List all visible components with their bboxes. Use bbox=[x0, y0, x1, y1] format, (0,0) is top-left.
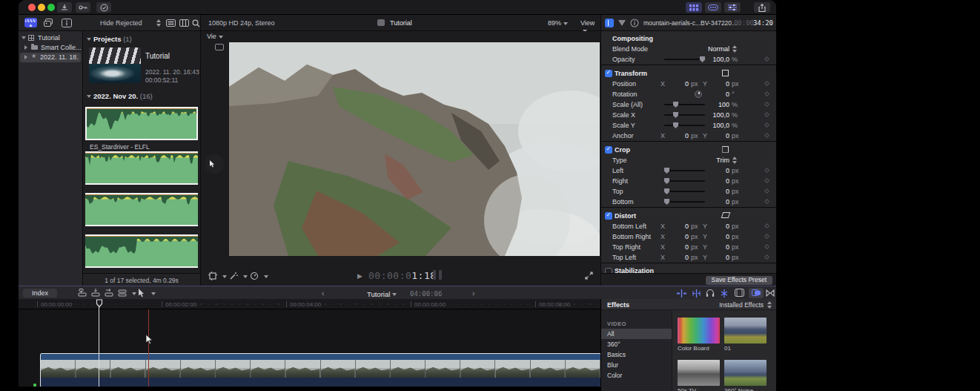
search-button[interactable] bbox=[192, 19, 200, 27]
stepper-icon[interactable] bbox=[767, 301, 772, 309]
import-media-button[interactable] bbox=[57, 2, 72, 13]
effects-category-360[interactable]: 360° bbox=[601, 339, 672, 349]
share-button[interactable] bbox=[754, 2, 770, 13]
reset-control-icon[interactable] bbox=[764, 244, 769, 249]
sidebar-item-library[interactable]: Tutorial bbox=[19, 33, 82, 43]
scale-y-slider-thumb[interactable] bbox=[673, 122, 678, 128]
position-y-value[interactable]: 0 bbox=[711, 80, 729, 88]
scale-all-slider-thumb[interactable] bbox=[673, 102, 678, 108]
reset-control-icon[interactable] bbox=[764, 112, 769, 117]
reset-control-icon[interactable] bbox=[764, 188, 769, 194]
distort-br-y[interactable]: 0 bbox=[711, 233, 729, 240]
timeline-clip[interactable]: mountain-aerials-cliffs-aerials-beautifu… bbox=[41, 354, 600, 387]
tools-menu-button[interactable] bbox=[139, 289, 145, 298]
viewer-overlay-dropdown[interactable]: Vie bbox=[207, 33, 223, 40]
audio-meter-left[interactable] bbox=[433, 270, 436, 280]
projects-disclosure-icon[interactable] bbox=[87, 38, 91, 41]
chevron-down-icon[interactable] bbox=[151, 292, 156, 295]
project-thumbnail[interactable] bbox=[89, 47, 141, 83]
info-inspector-tab[interactable] bbox=[630, 19, 639, 27]
reset-control-icon[interactable] bbox=[764, 254, 769, 260]
distort-onscreen-icon[interactable] bbox=[722, 212, 729, 218]
background-tasks-button[interactable] bbox=[96, 2, 111, 13]
effects-category-basics[interactable]: Basics bbox=[601, 349, 672, 360]
distort-br-x[interactable]: 0 bbox=[670, 233, 689, 240]
effects-category-color[interactable]: Color bbox=[601, 370, 672, 381]
show-timeline-button[interactable] bbox=[705, 2, 721, 13]
crop-checkbox[interactable] bbox=[605, 146, 612, 154]
distort-bl-y[interactable]: 0 bbox=[711, 223, 729, 230]
titles-generators-sidebar-button[interactable] bbox=[62, 19, 72, 27]
index-button[interactable]: Index bbox=[23, 289, 57, 298]
crop-bottom-value[interactable]: 0 bbox=[689, 198, 729, 206]
stepper-icon[interactable] bbox=[732, 157, 738, 164]
color-inspector-tab[interactable] bbox=[618, 20, 626, 26]
reset-control-icon[interactable] bbox=[764, 56, 769, 62]
minimize-window-button[interactable] bbox=[38, 4, 45, 11]
scale-y-value[interactable]: 100,0 bbox=[689, 122, 729, 129]
sidebar-item-smart-collections[interactable]: Smart Colle... bbox=[19, 43, 82, 53]
filter-stepper-icon[interactable] bbox=[156, 19, 162, 27]
chevron-down-icon[interactable] bbox=[264, 275, 268, 278]
effect-thumb-color-board[interactable] bbox=[678, 318, 720, 344]
reset-control-icon[interactable] bbox=[764, 102, 769, 107]
reset-control-icon[interactable] bbox=[764, 234, 769, 239]
play-button[interactable]: ▶ bbox=[357, 272, 362, 280]
connect-clip-button[interactable] bbox=[78, 289, 87, 297]
overwrite-clip-button[interactable] bbox=[118, 289, 127, 297]
rotation-value[interactable]: 0 bbox=[695, 91, 729, 98]
distort-tl-y[interactable]: 0 bbox=[711, 254, 729, 261]
chevron-down-icon[interactable] bbox=[132, 292, 136, 295]
position-x-value[interactable]: 0 bbox=[670, 80, 689, 88]
disclosure-triangle-icon[interactable] bbox=[24, 45, 27, 50]
distort-checkbox[interactable] bbox=[605, 212, 612, 220]
chevron-down-icon[interactable] bbox=[243, 275, 248, 278]
timeline-back-button[interactable]: ‹ bbox=[322, 289, 324, 298]
transform-tool-button[interactable] bbox=[208, 272, 217, 280]
reset-control-icon[interactable] bbox=[764, 133, 769, 138]
crop-top-value[interactable]: 0 bbox=[689, 188, 729, 195]
filmstrip-view-button[interactable] bbox=[179, 19, 189, 27]
reset-control-icon[interactable] bbox=[764, 199, 769, 204]
audio-monitor-button[interactable] bbox=[706, 289, 715, 298]
crop-onscreen-icon[interactable] bbox=[722, 146, 729, 153]
anchor-x-value[interactable]: 0 bbox=[670, 132, 689, 139]
audio-clip[interactable] bbox=[85, 151, 198, 185]
crop-left-slider-thumb[interactable] bbox=[664, 168, 669, 174]
viewer-zoom-dropdown[interactable]: 89% bbox=[548, 19, 568, 27]
distort-tr-x[interactable]: 0 bbox=[670, 243, 689, 251]
chevron-down-icon[interactable] bbox=[222, 275, 227, 278]
playhead-handle[interactable] bbox=[96, 299, 103, 308]
opacity-value[interactable]: 100,0 bbox=[689, 56, 729, 63]
filter-dropdown[interactable]: Hide Rejected bbox=[100, 19, 142, 27]
timeline-ruler[interactable]: 00:00:00:00 00:00:02:00 00:00:04:00 00:0… bbox=[19, 299, 600, 309]
keyword-editor-button[interactable] bbox=[76, 2, 90, 13]
crop-top-slider-thumb[interactable] bbox=[664, 188, 669, 194]
audio-clip[interactable] bbox=[85, 234, 198, 268]
effects-category-all[interactable]: All bbox=[601, 329, 672, 339]
audio-clip-selected[interactable] bbox=[85, 107, 198, 140]
blend-mode-value[interactable]: Normal bbox=[689, 45, 729, 53]
insert-clip-button[interactable] bbox=[91, 289, 100, 297]
append-clip-button[interactable] bbox=[105, 289, 113, 297]
trim-end-button[interactable] bbox=[692, 289, 701, 298]
distort-bl-x[interactable]: 0 bbox=[670, 223, 689, 230]
disclosure-triangle-icon[interactable] bbox=[21, 36, 26, 39]
trim-start-button[interactable] bbox=[677, 289, 686, 298]
reset-control-icon[interactable] bbox=[764, 81, 769, 86]
crop-left-value[interactable]: 0 bbox=[689, 167, 729, 174]
crop-right-slider-thumb[interactable] bbox=[664, 178, 669, 184]
retime-button[interactable] bbox=[250, 272, 259, 280]
close-window-button[interactable] bbox=[28, 4, 36, 11]
anchor-y-value[interactable]: 0 bbox=[711, 132, 729, 139]
scale-x-slider-thumb[interactable] bbox=[673, 112, 678, 118]
transitions-browser-toggle[interactable] bbox=[766, 289, 775, 297]
transform-onscreen-icon[interactable] bbox=[722, 70, 729, 76]
installed-effects-dropdown[interactable]: Installed Effects bbox=[719, 301, 764, 309]
crop-bottom-slider-thumb[interactable] bbox=[664, 199, 669, 205]
zoom-window-button[interactable] bbox=[47, 4, 55, 11]
effects-category-blur[interactable]: Blur bbox=[601, 360, 672, 370]
enhancements-button[interactable] bbox=[229, 272, 238, 280]
effect-thumb-50s-tv[interactable] bbox=[678, 360, 720, 386]
distort-tr-y[interactable]: 0 bbox=[711, 243, 729, 251]
